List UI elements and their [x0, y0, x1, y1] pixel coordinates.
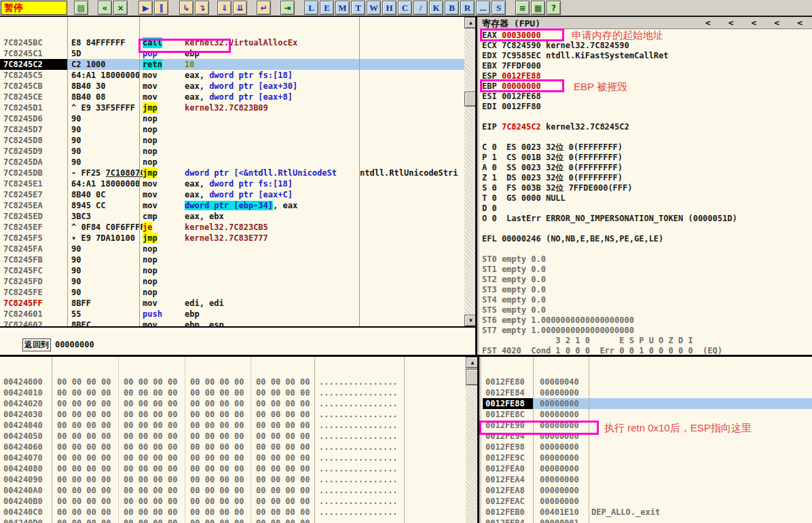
register-line[interactable] [482, 224, 812, 234]
stack-row[interactable]: 0012FEA800000000 [481, 485, 812, 496]
call-stack-window-button[interactable]: K [429, 1, 443, 15]
register-line[interactable]: 3 2 1 0 E S P U O Z D I [482, 336, 812, 346]
disasm-row[interactable]: 7C8245DA90nop [0, 157, 475, 168]
collapse-pane-icon[interactable]: < [752, 18, 757, 28]
dump-row[interactable]: 0042407000 00 00 0000 00 00 0000 00 00 0… [0, 452, 477, 463]
disasm-row[interactable]: 7C8245C564:A1 18000000moveax, dword ptr … [0, 70, 475, 81]
dump-row[interactable]: 0042409000 00 00 0000 00 00 0000 00 00 0… [0, 474, 477, 485]
register-line[interactable]: EBX 7FFDF000 [482, 61, 812, 71]
register-line[interactable]: ST1 empty 0.0 [482, 265, 812, 275]
executables-window-button[interactable]: E [320, 1, 334, 15]
appearance-button[interactable]: ▦ [531, 1, 545, 15]
disasm-row[interactable]: 7C8245EF^ 0F84 C0F6FFFFjekernel32.7C823C… [0, 222, 475, 233]
execute-till-return-button[interactable]: ↵ [257, 1, 271, 15]
register-line[interactable]: EDI 0012FF80 [482, 102, 812, 112]
disasm-row[interactable]: 7C8245FB90nop [0, 254, 475, 265]
memory-dump-pane[interactable]: 0042400000 00 00 0000 00 00 0000 00 00 0… [0, 357, 479, 523]
register-line[interactable]: EDX 7C9585EC ntdll.KiFastSystemCallRet [482, 51, 812, 61]
disasm-row[interactable]: 7C8245F5▾ E9 7DA10100jmpkernel32.7C83E77… [0, 233, 475, 244]
disasm-row[interactable]: 7C8245CB8B40 30moveax, dword ptr [eax+30… [0, 81, 475, 92]
register-line[interactable]: Z 1 DS 0023 32位 0(FFFFFFFF) [482, 173, 812, 183]
register-line[interactable]: ECX 7C824590 kernel32.7C824590 [482, 41, 812, 51]
stack-pane[interactable]: 0012FE80000000400012FE84000000000012FE88… [481, 357, 812, 523]
disasm-row[interactable]: 7C8245C2C2 1000retn10 [0, 59, 475, 70]
step-into-button[interactable]: ↳ [179, 1, 193, 15]
dump-row[interactable]: 004240C000 00 00 0000 00 00 0000 00 00 0… [0, 507, 477, 518]
options-button[interactable]: ≡ [515, 1, 530, 15]
stack-row[interactable]: 0012FEA000000000 [481, 463, 812, 474]
disasm-row[interactable]: 7C8245C15Dpopebp [0, 48, 475, 59]
register-line[interactable]: C 0 ES 0023 32位 0(FFFFFFFF) [482, 142, 812, 153]
register-line[interactable] [482, 112, 812, 122]
disasm-row[interactable]: 7C8245CE8B40 08moveax, dword ptr [eax+8] [0, 92, 475, 102]
dump-row[interactable]: 0042400000 00 00 0000 00 00 0000 00 00 0… [0, 376, 477, 387]
stack-row[interactable]: 0012FEB400000001 [481, 518, 812, 523]
close-program-button[interactable]: × [113, 1, 128, 15]
dump-row[interactable]: 0042405000 00 00 0000 00 00 0000 00 00 0… [0, 431, 477, 442]
register-line[interactable] [482, 244, 812, 254]
dump-scrollbar[interactable]: ▲ [466, 357, 479, 523]
source-window-button[interactable]: S [492, 1, 506, 15]
registers-pane[interactable]: 寄存器 (FPU) <<<<< EAX 00030000ECX 7C824590… [479, 17, 812, 355]
register-line[interactable]: ST7 empty 1.0000000000000000000 [482, 326, 812, 336]
disassembly-pane[interactable]: 7C8245BCE8 84FFFFFFcallkernel32.VirtualA… [0, 17, 477, 326]
register-line[interactable]: ST2 empty 0.0 [482, 275, 812, 285]
register-line[interactable]: EIP 7C8245C2 kernel32.7C8245C2 [482, 122, 812, 132]
disasm-row[interactable]: 7C8245ED3BC3cmpeax, ebx [0, 211, 475, 222]
dump-row[interactable]: 0042408000 00 00 0000 00 00 0000 00 00 0… [0, 463, 477, 474]
help-button[interactable]: ? [547, 1, 561, 15]
dump-row[interactable]: 0042401000 00 00 0000 00 00 0000 00 00 0… [0, 387, 477, 398]
disasm-row[interactable]: 7C8245D790nop [0, 124, 475, 135]
collapse-pane-icon[interactable]: < [728, 18, 734, 28]
disasm-row[interactable]: 7C8246028BECmovebp, esp [0, 319, 475, 326]
disasm-row[interactable]: 7C82460155pushebp [0, 309, 475, 319]
scroll-down-icon[interactable]: ▼ [464, 315, 477, 326]
dump-row[interactable]: 004240D000 00 00 0000 00 00 0000 00 00 0… [0, 518, 477, 523]
register-line[interactable]: EFL 00000246 (NO,NB,E,BE,NS,PE,GE,LE) [482, 234, 812, 244]
dump-row[interactable]: 004240B000 00 00 0000 00 00 0000 00 00 0… [0, 496, 477, 507]
stack-row[interactable]: 0012FEB000401E10DEP_ALLO._exit [481, 507, 812, 518]
register-line[interactable] [482, 132, 812, 142]
dump-row[interactable]: 0042403000 00 00 0000 00 00 0000 00 00 0… [0, 409, 477, 420]
references-window-button[interactable]: R [460, 1, 475, 15]
register-line[interactable]: FST 4020 Cond 1 0 0 0 Err 0 0 1 0 0 0 0 … [482, 346, 812, 355]
restart-button[interactable]: « [98, 1, 112, 15]
log-window-button[interactable]: L [304, 1, 318, 15]
register-line[interactable]: S 0 FS 003B 32位 7FFDE000(FFF) [482, 183, 812, 193]
pause-button[interactable]: ‖ [154, 1, 168, 15]
register-line[interactable]: A 0 SS 0023 32位 0(FFFFFFFF) [482, 163, 812, 173]
open-file-button[interactable]: ▤ [74, 1, 88, 15]
register-line[interactable]: ST5 empty 0.0 [482, 305, 812, 315]
disasm-row[interactable]: 7C8245FC90nop [0, 265, 475, 276]
register-line[interactable]: ST3 empty 0.0 [482, 285, 812, 295]
disasm-row[interactable]: 7C8245E78B40 0Cmoveax, dword ptr [eax+C] [0, 189, 475, 200]
breakpoints-window-button[interactable]: B [445, 1, 459, 15]
memory-window-button[interactable]: M [335, 1, 350, 15]
disasm-row[interactable]: 7C8245BCE8 84FFFFFFcallkernel32.VirtualA… [0, 37, 475, 48]
handles-window-button[interactable]: H [382, 1, 396, 15]
register-line[interactable]: ST0 empty 0.0 [482, 254, 812, 265]
step-over-button[interactable]: ↴ [195, 1, 209, 15]
disasm-row[interactable]: 7C8245D1^ E9 33F5FFFFjmpkernel32.7C823B0… [0, 102, 475, 113]
stack-row[interactable]: 0012FEAC00000000 [481, 496, 812, 507]
patches-window-button[interactable]: / [413, 1, 428, 15]
register-line[interactable]: EBP 00000000 [482, 81, 812, 92]
stack-row[interactable]: 0012FE8000000040 [481, 376, 812, 387]
disasm-row[interactable]: 7C8245FD90nop [0, 276, 475, 287]
dump-row[interactable]: 0042406000 00 00 0000 00 00 0000 00 00 0… [0, 442, 477, 452]
disasm-scrollbar[interactable]: ▲ ▼ [464, 17, 477, 326]
stack-row[interactable]: 0012FE8800000000 [481, 398, 812, 409]
dump-row[interactable]: 0042404000 00 00 0000 00 00 0000 00 00 0… [0, 420, 477, 431]
register-line[interactable]: P 1 CS 001B 32位 0(FFFFFFFF) [482, 153, 812, 163]
cpu-window-button[interactable]: C [398, 1, 412, 15]
scroll-thumb[interactable] [464, 92, 477, 106]
stack-row[interactable]: 0012FE8C00000000 [481, 409, 812, 420]
animate-into-button[interactable]: ⇓ [217, 1, 232, 15]
scroll-up-icon[interactable]: ▲ [464, 17, 477, 28]
stack-row[interactable]: 0012FE9C00000000 [481, 452, 812, 463]
disasm-row[interactable]: 7C8245E164:A1 18000000moveax, dword ptr … [0, 178, 475, 189]
collapse-pane-icon[interactable]: < [797, 18, 802, 28]
stack-row[interactable]: 0012FE9800000000 [481, 442, 812, 452]
stack-row[interactable]: 0012FE8400000000 [481, 387, 812, 398]
disasm-row[interactable]: 7C8245FE90nop [0, 287, 475, 298]
